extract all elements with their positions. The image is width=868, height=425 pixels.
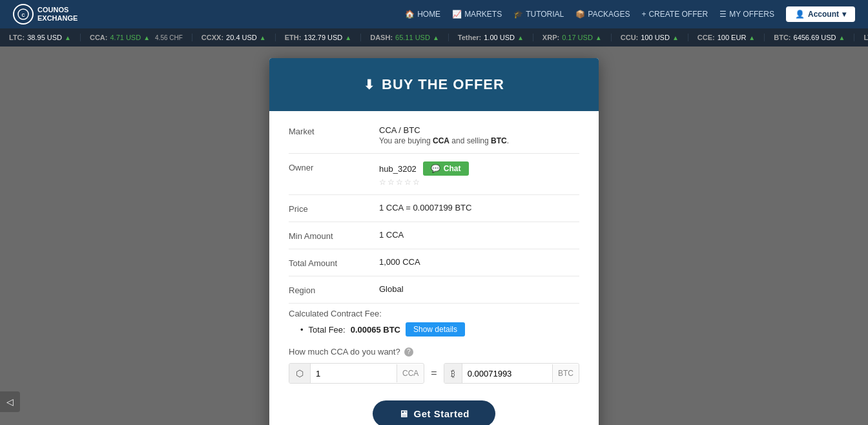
owner-line: hub_3202 💬 Chat	[379, 161, 579, 176]
market-value: CCA / BTC You are buying CCA and selling…	[379, 125, 579, 145]
ticker-inner: LTC:38.95 USD▲ CCA:4.71 USD▲4.56 CHF CCX…	[0, 34, 868, 41]
ticker-ltc: LTC:38.95 USD▲	[0, 34, 81, 41]
amount-row: ⬡ CCA = ₿ BTC	[289, 363, 579, 384]
ticker-ccxx: CCXX:20.4 USD▲	[192, 34, 276, 41]
cca-input-wrap: ⬡ CCA	[289, 363, 424, 384]
cca-coin-icon: ⬡	[289, 364, 311, 383]
owner-stars: ☆☆☆☆☆	[379, 178, 579, 187]
svg-text:C: C	[21, 13, 25, 17]
owner-name: hub_3202	[379, 164, 417, 174]
ticker-xrp: XRP:0.17 USD▲	[533, 34, 612, 41]
page-content: ⬇ BUY THE OFFER Market CCA / BTC You are…	[0, 47, 868, 425]
total-amount-label: Total Amount	[289, 257, 379, 268]
logo-icon: C	[13, 4, 34, 25]
price-row: Price 1 CCA = 0.0007199 BTC	[289, 195, 579, 222]
share-button[interactable]: ◁	[0, 391, 20, 412]
modal-body: Market CCA / BTC You are buying CCA and …	[269, 111, 599, 425]
navbar: C COUNOS EXCHANGE 🏠 HOME 📈 MARKETS 🎓 TUT…	[0, 0, 868, 28]
btc-coin-icon: ₿	[444, 364, 462, 383]
get-started-label: Get Started	[414, 408, 470, 419]
ticker-tether: Tether:1.00 USD▲	[449, 34, 533, 41]
logo-text: COUNOS EXCHANGE	[37, 6, 78, 23]
cca-amount-input[interactable]	[311, 364, 397, 383]
nav-packages[interactable]: 📦 PACKAGES	[575, 10, 630, 19]
ticker-ltc2: LTC:38.95 USD▲	[854, 34, 868, 41]
how-much-section: How much CCA do you want? ? ⬡ CCA = ₿ BT…	[289, 339, 579, 389]
help-icon[interactable]: ?	[404, 347, 413, 357]
get-started-icon: 🖥	[398, 408, 409, 419]
nav-markets[interactable]: 📈 MARKETS	[452, 10, 502, 19]
get-started-wrap: 🖥 Get Started	[289, 400, 579, 425]
region-row: Region Global	[289, 276, 579, 304]
region-value: Global	[379, 284, 579, 294]
owner-value: hub_3202 💬 Chat ☆☆☆☆☆	[379, 161, 579, 187]
market-description: You are buying CCA and selling BTC.	[379, 136, 579, 145]
min-amount-value: 1 CCA	[379, 230, 579, 240]
total-fee-value: 0.00065 BTC	[351, 325, 400, 335]
ticker-btc: BTC:6456.69 USD▲	[765, 34, 854, 41]
price-label: Price	[289, 203, 379, 214]
ticker-dash: DASH:65.11 USD▲	[361, 34, 449, 41]
nav-tutorial[interactable]: 🎓 TUTORIAL	[513, 10, 564, 19]
nav-links: 🏠 HOME 📈 MARKETS 🎓 TUTORIAL 📦 PACKAGES +…	[405, 6, 855, 22]
equals-sign: =	[431, 368, 437, 379]
btc-amount-input[interactable]	[462, 364, 552, 383]
min-amount-row: Min Amount 1 CCA	[289, 222, 579, 249]
logo[interactable]: C COUNOS EXCHANGE	[13, 4, 78, 25]
nav-my-offers[interactable]: ☰ MY OFFERS	[719, 10, 774, 19]
ticker-cce: CCE:100 EUR▲	[688, 34, 765, 41]
owner-row: Owner hub_3202 💬 Chat ☆☆☆☆☆	[289, 154, 579, 195]
market-label: Market	[289, 125, 379, 136]
market-row: Market CCA / BTC You are buying CCA and …	[289, 118, 579, 154]
region-label: Region	[289, 284, 379, 295]
ticker-bar: LTC:38.95 USD▲ CCA:4.71 USD▲4.56 CHF CCX…	[0, 28, 868, 47]
modal-header: ⬇ BUY THE OFFER	[269, 58, 599, 111]
owner-label: Owner	[289, 161, 379, 172]
nav-create-offer[interactable]: + CREATE OFFER	[641, 10, 708, 19]
account-button[interactable]: 👤 Account ▾	[786, 6, 855, 22]
show-details-button[interactable]: Show details	[406, 322, 465, 337]
total-amount-value: 1,000 CCA	[379, 257, 579, 267]
chat-button[interactable]: 💬 Chat	[423, 161, 469, 176]
contract-fee-title: Calculated Contract Fee:	[289, 309, 579, 318]
fee-bullet: •	[300, 325, 304, 335]
fee-item: • Total Fee: 0.00065 BTC Show details	[300, 322, 579, 337]
contract-fee-section: Calculated Contract Fee: • Total Fee: 0.…	[289, 304, 579, 339]
btc-suffix: BTC	[552, 364, 579, 382]
header-icon: ⬇	[364, 77, 375, 92]
nav-home[interactable]: 🏠 HOME	[405, 10, 440, 19]
min-amount-label: Min Amount	[289, 230, 379, 241]
get-started-button[interactable]: 🖥 Get Started	[373, 400, 495, 425]
market-pair: CCA / BTC	[379, 125, 579, 135]
ticker-eth: ETH:132.79 USD▲	[276, 34, 362, 41]
ticker-ccu: CCU:100 USD▲	[612, 34, 688, 41]
price-value: 1 CCA = 0.0007199 BTC	[379, 203, 579, 212]
buy-offer-modal: ⬇ BUY THE OFFER Market CCA / BTC You are…	[269, 58, 599, 425]
total-amount-row: Total Amount 1,000 CCA	[289, 249, 579, 276]
cca-suffix: CCA	[397, 364, 424, 382]
total-fee-label: Total Fee:	[309, 325, 346, 335]
how-much-label: How much CCA do you want? ?	[289, 347, 579, 357]
btc-input-wrap: ₿ BTC	[444, 363, 579, 384]
modal-title: BUY THE OFFER	[382, 76, 504, 93]
ticker-cca: CCA:4.71 USD▲4.56 CHF	[81, 34, 192, 41]
